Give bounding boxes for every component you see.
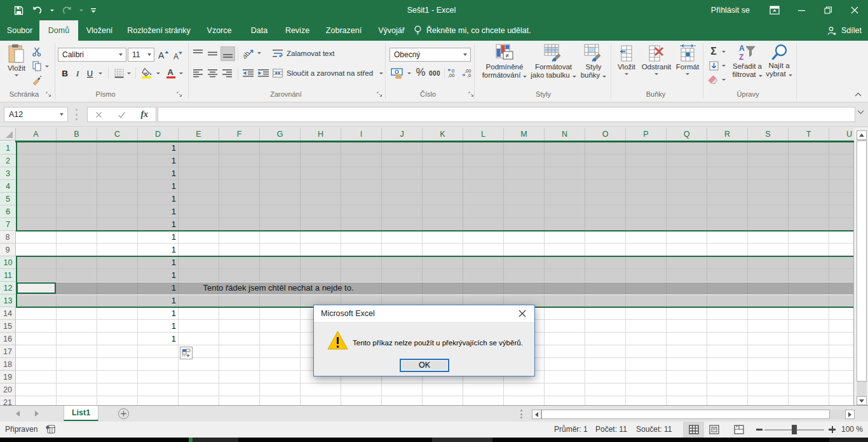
tab-soubor[interactable]: Soubor [0, 20, 39, 41]
orientation-button[interactable]: ab [241, 46, 255, 60]
row-header-3[interactable]: 3 [0, 167, 16, 180]
insert-options-button[interactable] [180, 347, 193, 359]
name-box[interactable]: A12 [4, 107, 68, 122]
column-header-J[interactable]: J [382, 128, 423, 141]
accounting-format-dropdown[interactable] [405, 69, 413, 78]
find-select-button[interactable]: Najít a vybrat [764, 44, 794, 78]
column-header-C[interactable]: C [97, 128, 138, 141]
cell-D5[interactable]: 1 [138, 193, 179, 205]
cell-D6[interactable]: 1 [138, 205, 179, 218]
column-header-H[interactable]: H [301, 128, 341, 141]
minimize-button[interactable] [788, 0, 815, 20]
row-header-18[interactable]: 18 [0, 358, 16, 371]
sort-filter-button[interactable]: A Z Seřadit a filtrovat [731, 44, 764, 79]
share-button[interactable]: Sdílet [827, 20, 862, 41]
font-color-button[interactable]: A [165, 67, 177, 79]
sign-in-button[interactable]: Přihlásit se [700, 6, 761, 15]
cell-D13[interactable]: 1 [138, 294, 179, 307]
cell-D12[interactable]: 1 [138, 282, 179, 294]
column-header-F[interactable]: F [219, 128, 260, 141]
cell-D1[interactable]: 1 [138, 142, 179, 155]
row-header-7[interactable]: 7 [0, 218, 16, 231]
align-right-button[interactable] [220, 67, 234, 80]
column-header-U[interactable]: U [829, 128, 854, 141]
tab-domu[interactable]: Domů [39, 20, 78, 41]
status-average[interactable]: Průměr: 1 [554, 422, 588, 438]
cut-button[interactable] [31, 46, 43, 57]
copy-button[interactable] [31, 60, 43, 72]
fill-button[interactable] [707, 60, 720, 71]
clear-button[interactable] [707, 74, 719, 85]
fill-color-dropdown[interactable] [154, 69, 162, 78]
format-painter-button[interactable] [31, 74, 43, 86]
insert-function-button[interactable]: fx [140, 109, 148, 120]
column-header-E[interactable]: E [179, 128, 219, 141]
cell-D2[interactable]: 1 [138, 155, 179, 167]
cell-D14[interactable]: 1 [138, 307, 179, 320]
decrease-font-button[interactable]: A [171, 48, 184, 62]
number-format-combo[interactable]: Obecný [390, 48, 471, 62]
tell-me-box[interactable]: Řekněte mi, co chcete udělat. [414, 20, 531, 41]
borders-button[interactable] [112, 67, 125, 79]
namebox-splitter[interactable] [75, 109, 78, 120]
fill-dropdown[interactable] [720, 61, 728, 70]
hscroll-thumb[interactable] [541, 410, 830, 419]
font-size-combo[interactable]: 11 [128, 48, 154, 62]
clipboard-dialog-launcher[interactable] [46, 92, 52, 98]
row-header-5[interactable]: 5 [0, 193, 16, 205]
italic-button[interactable]: I [72, 67, 83, 80]
conditional-formatting-button[interactable]: ≠ Podmíněné formátování [482, 44, 527, 79]
format-cells-button[interactable]: Formát [674, 44, 702, 75]
tab-scroll-splitter[interactable] [520, 410, 522, 418]
increase-indent-button[interactable] [256, 67, 270, 80]
cell-text-row12[interactable]: Tento řádek jsem chtěl nechat a nejde to… [161, 282, 396, 294]
accounting-format-button[interactable] [390, 67, 405, 79]
row-header-9[interactable]: 9 [0, 244, 16, 256]
hscroll-left-button[interactable] [532, 410, 541, 419]
font-dialog-launcher[interactable] [177, 92, 183, 98]
decrease-decimal-button[interactable]: ,00 ,0 [460, 66, 473, 79]
row-header-1[interactable]: 1 [0, 142, 16, 155]
cancel-entry-icon[interactable] [95, 111, 102, 118]
status-count[interactable]: Počet: 11 [595, 422, 627, 438]
row-header-16[interactable]: 16 [0, 333, 16, 345]
row-header-2[interactable]: 2 [0, 155, 16, 167]
copy-dropdown[interactable] [43, 62, 51, 71]
sheet-tab-list1[interactable]: List1 [64, 406, 98, 421]
formula-input[interactable] [158, 107, 855, 122]
format-as-table-button[interactable]: Formátovat jako tabulku [530, 44, 577, 79]
sheet-nav-left-button[interactable] [14, 410, 22, 418]
sheet-nav-right-button[interactable] [33, 410, 41, 418]
increase-font-button[interactable]: A [157, 48, 170, 62]
tab-data[interactable]: Data [241, 20, 277, 41]
maximize-button[interactable] [815, 0, 841, 20]
column-header-B[interactable]: B [57, 128, 97, 141]
tab-rozlozeni-stranky[interactable]: Rozložení stránky [121, 20, 197, 41]
column-header-R[interactable]: R [707, 128, 748, 141]
row-header-10[interactable]: 10 [0, 256, 16, 269]
row-header-13[interactable]: 13 [0, 294, 16, 307]
font-name-combo[interactable]: Calibri [58, 48, 126, 62]
scroll-up-button[interactable] [857, 130, 867, 140]
row-header-17[interactable]: 17 [0, 345, 16, 358]
status-sum[interactable]: Součet: 11 [636, 422, 672, 438]
number-dialog-launcher[interactable] [468, 92, 475, 98]
row-header-19[interactable]: 19 [0, 371, 16, 383]
scroll-thumb[interactable] [857, 141, 867, 382]
tab-zobrazeni[interactable]: Zobrazení [318, 20, 370, 41]
expand-formula-bar-button[interactable] [857, 110, 864, 114]
autosum-button[interactable]: Σ [707, 46, 720, 57]
align-left-button[interactable] [191, 67, 205, 80]
view-normal-button[interactable] [683, 422, 704, 438]
underline-dropdown[interactable] [97, 69, 104, 78]
column-header-N[interactable]: N [545, 128, 585, 141]
column-header-T[interactable]: T [789, 128, 829, 141]
percent-style-button[interactable]: % [414, 66, 427, 79]
orientation-dropdown[interactable] [255, 48, 263, 57]
column-header-I[interactable]: I [341, 128, 382, 141]
active-cell-A12[interactable] [17, 282, 56, 294]
scroll-down-button[interactable] [857, 396, 867, 405]
cell-D10[interactable]: 1 [138, 256, 179, 269]
column-header-M[interactable]: M [504, 128, 545, 141]
row-header-6[interactable]: 6 [0, 205, 16, 218]
